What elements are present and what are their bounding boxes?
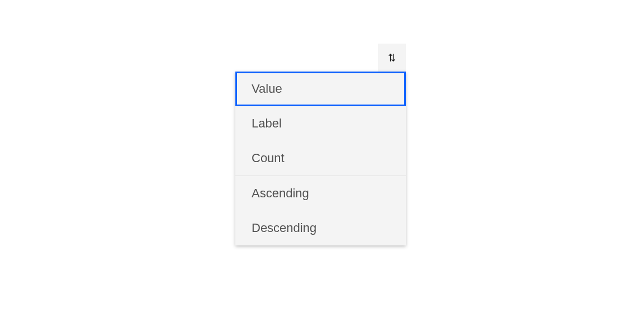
sort-option-label: Label [252,116,282,131]
sort-order-ascending[interactable]: Ascending [235,176,406,211]
sort-option-value[interactable]: Value [235,72,406,106]
sort-option-label: Value [252,82,282,96]
sort-dropdown-menu: Value Label Count Ascending Descending [235,72,406,245]
sort-order-descending[interactable]: Descending [235,211,406,245]
sort-option-label: Count [252,151,285,165]
sort-option-count[interactable]: Count [235,141,406,176]
sort-option-label-field[interactable]: Label [235,106,406,141]
sort-order-label: Ascending [252,186,309,201]
sort-order-label: Descending [252,221,316,235]
sort-toggle-button[interactable] [378,44,406,72]
